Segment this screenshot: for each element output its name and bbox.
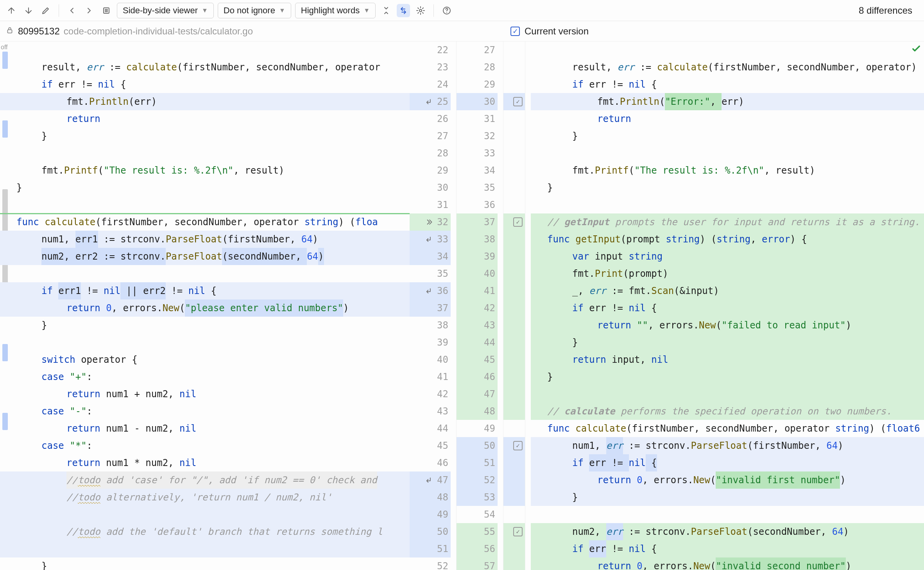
code-line: return <box>0 110 410 127</box>
line-number: 40 <box>484 265 495 282</box>
line-number: 45 <box>437 437 448 454</box>
line-number: 43 <box>437 403 448 420</box>
line-number: 50 <box>437 523 448 540</box>
code-line: } <box>531 489 924 506</box>
code-line: // calculate performs the specified oper… <box>531 403 924 420</box>
highlight-mode-dropdown[interactable]: Highlight words ▼ <box>295 3 376 18</box>
code-line: fmt.Println(err) <box>0 93 410 110</box>
right-line-numbers: 2728293031323334353637383940414243444546… <box>457 41 503 570</box>
line-number: 33 <box>437 231 448 248</box>
line-number: 41 <box>484 282 495 299</box>
code-line <box>0 540 410 557</box>
apply-chunk-checkbox[interactable]: ✓ <box>513 97 523 106</box>
chevron-down-icon: ▼ <box>279 7 285 14</box>
viewer-mode-label: Side-by-side viewer <box>123 5 198 16</box>
sync-scroll-button[interactable] <box>397 4 410 17</box>
code-line: _, err := fmt.Scan(&input) <box>531 282 924 299</box>
line-number: 48 <box>484 403 495 420</box>
line-number: 30 <box>484 93 495 110</box>
collapse-button[interactable] <box>380 4 393 17</box>
code-line: return input, nil <box>531 351 924 368</box>
next-diff-button[interactable] <box>22 4 35 17</box>
separator <box>433 4 434 17</box>
line-number: 28 <box>484 59 495 76</box>
line-number: 37 <box>484 213 495 231</box>
apply-change-icon[interactable] <box>425 97 434 106</box>
line-number: 38 <box>437 317 448 334</box>
line-number: 31 <box>437 196 448 213</box>
apply-chunk-checkbox[interactable]: ✓ <box>513 441 523 450</box>
code-line: } <box>531 368 924 385</box>
code-line: } <box>0 317 410 334</box>
code-line <box>531 145 924 162</box>
line-number: 51 <box>437 540 448 557</box>
line-number: 52 <box>484 471 495 489</box>
current-version-label: Current version <box>525 26 589 37</box>
code-line: fmt.Printf("The result is: %.2f\n", resu… <box>0 162 410 179</box>
code-line <box>0 41 410 59</box>
code-line: func getInput(prompt string) (string, er… <box>531 231 924 248</box>
code-line <box>0 506 410 523</box>
apply-change-icon[interactable] <box>425 235 434 244</box>
line-number: 32 <box>484 127 495 145</box>
line-number: 46 <box>484 368 495 385</box>
code-line: return num1 + num2, nil <box>0 385 410 403</box>
line-number: 51 <box>484 454 495 471</box>
help-button[interactable] <box>440 4 453 17</box>
code-line: func calculate(firstNumber, secondNumber… <box>0 213 410 231</box>
apply-change-icon[interactable] <box>425 476 434 484</box>
line-number: 30 <box>437 179 448 196</box>
line-number: 57 <box>484 557 495 570</box>
apply-chunk-checkbox[interactable]: ✓ <box>513 527 523 536</box>
settings-button[interactable] <box>414 4 427 17</box>
separator <box>59 4 59 17</box>
code-line: num2, err2 := strconv.ParseFloat(secondN… <box>0 248 410 265</box>
code-line: result, err := calculate(firstNumber, se… <box>531 59 924 76</box>
file-bar: 80995132 code-completion-individual-test… <box>0 21 924 41</box>
code-line: return <box>531 110 924 127</box>
right-pane[interactable]: result, err := calculate(firstNumber, se… <box>531 41 924 570</box>
line-number: 46 <box>437 454 448 471</box>
line-number: 39 <box>437 334 448 351</box>
line-number: 55 <box>484 523 495 540</box>
line-number: 35 <box>484 179 495 196</box>
edit-button[interactable] <box>39 4 52 17</box>
line-number: 48 <box>437 489 448 506</box>
left-pane[interactable]: result, err := calculate(firstNumber, se… <box>0 41 410 570</box>
code-line: num1, err1 := strconv.ParseFloat(firstNu… <box>0 231 410 248</box>
line-number: 22 <box>437 41 448 59</box>
nav-fwd-button[interactable] <box>82 4 96 17</box>
line-number: 31 <box>484 110 495 127</box>
code-line: num2, err := strconv.ParseFloat(secondNu… <box>531 523 924 540</box>
line-number: 26 <box>437 110 448 127</box>
viewer-mode-dropdown[interactable]: Side-by-side viewer ▼ <box>117 3 214 18</box>
current-version-checkbox[interactable]: ✓ <box>510 27 520 36</box>
line-number: 49 <box>437 506 448 523</box>
line-number: 47 <box>437 471 448 489</box>
chevron-down-icon: ▼ <box>364 7 370 14</box>
code-line: if err != nil { <box>531 540 924 557</box>
code-line: if err != nil { <box>531 299 924 317</box>
code-line: switch operator { <box>0 351 410 368</box>
line-number: 38 <box>484 231 495 248</box>
expand-icon[interactable] <box>425 218 434 226</box>
code-line: func calculate(firstNumber, secondNumber… <box>531 420 924 437</box>
nav-back-button[interactable] <box>65 4 79 17</box>
line-number: 37 <box>437 299 448 317</box>
changes-list-button[interactable] <box>100 4 113 17</box>
ignore-mode-dropdown[interactable]: Do not ignore ▼ <box>218 3 291 18</box>
code-line <box>0 265 410 282</box>
code-line: result, err := calculate(firstNumber, se… <box>0 59 410 76</box>
line-number: 32 <box>437 213 448 231</box>
line-number: 29 <box>437 162 448 179</box>
apply-checkboxes: ✓✓✓✓ <box>503 41 525 570</box>
prev-diff-button[interactable] <box>5 4 18 17</box>
code-line: return "", errors.New("failed to read in… <box>531 317 924 334</box>
apply-chunk-checkbox[interactable]: ✓ <box>513 217 523 227</box>
code-line: } <box>0 557 410 570</box>
code-line: //todo alternatively, 'return num1 / num… <box>0 489 410 506</box>
apply-change-icon[interactable] <box>425 287 434 295</box>
diff-panel: result, err := calculate(firstNumber, se… <box>0 41 924 570</box>
code-line: return num1 * num2, nil <box>0 454 410 471</box>
line-number: 34 <box>484 162 495 179</box>
